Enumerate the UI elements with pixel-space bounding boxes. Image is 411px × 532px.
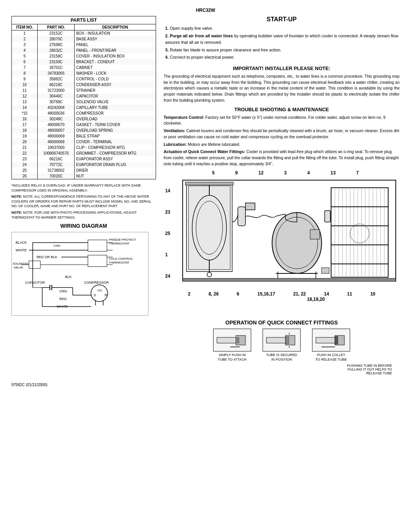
table-row: 228070CBASE ASSY [12,36,156,42]
fitting-label-1: SIMPLY PUSH INTUBE TO ATTACH [209,353,255,362]
table-row: 2531738002DRIER [12,168,156,173]
svg-rect-9 [29,261,40,268]
table-row: 834783005WASHER - LOCK [12,70,156,76]
fitting-release: PUSH IN COLLETTO RELEASE TUBE [308,329,354,362]
trouble-section: Temperature Control: Factory set for 50°… [164,115,400,167]
trouble-title: TROUBLE SHOOTING & MAINTENANCE [164,107,400,112]
table-row: 327698CPANEL [12,42,156,48]
parts-list-wrapper: PARTS LIST ITEM NO. PART NO. DESCRIPTION… [11,16,156,179]
svg-text:O/L: O/L [97,289,102,292]
table-row: 2470772CEVAPORATOR DRAIN PLUG [12,162,156,168]
fitting-secured: TUBE IS SECUREDIN POSITION [259,329,304,362]
svg-text:COLD CONTROL: COLD CONTROL [109,257,133,260]
svg-point-53 [207,272,212,277]
svg-rect-20 [88,255,107,267]
table-row: 2366216CEVAPORATOR ASSY [12,156,156,162]
table-row: 1948000069BALE STRAP [12,133,156,139]
svg-rect-14 [88,240,107,251]
note2: NOTE: NOTE: ALL CORRESPONDENCE PERTAININ… [11,194,156,209]
table-row: 1848000057OVERLOAD SPRING [12,128,156,133]
trouble-temp: Temperature Control: Factory set for 50°… [164,115,400,127]
table-row: 1230440CCAPACITOR [12,93,156,99]
fitting-label-2: TUBE IS SECUREDIN POSITION [259,353,304,362]
col-header-part: PART NO. [38,24,75,30]
svg-point-80 [350,224,369,243]
svg-rect-82 [322,268,329,273]
svg-text:THERMOSTAT: THERMOSTAT [109,261,129,264]
footer-text: 97582C (01/21/2000) [11,383,48,387]
svg-text:BLK: BLK [65,275,72,279]
trouble-lube: Lubrication: Motors are lifetime lubrica… [164,142,400,148]
svg-rect-97 [335,336,338,344]
table-row: 2670020CNUT [12,173,156,179]
svg-rect-95 [316,337,337,343]
table-row: 1131723000STRAINER [12,88,156,93]
bottom-section: OPERATION OF QUICK CONNECT FITTINGS [11,320,400,375]
svg-text:BLACK: BLACK [16,241,27,244]
trouble-fittings: Actuation of Quick Connect Water Fitting… [164,149,400,167]
col-header-item: ITEM NO. [12,24,38,30]
svg-text:R: R [105,293,107,297]
startup-title: START-UP [164,16,400,23]
table-row: 523158CCOVER - INSULATION BOX [12,53,156,59]
svg-text:WHITE: WHITE [16,248,27,252]
svg-text:CAPACITOR: CAPACITOR [25,281,45,284]
svg-rect-48 [188,186,230,270]
svg-text:RED OR BLK: RED OR BLK [37,255,57,259]
note3: NOTE: NOTE: FOR USE WITH PHOTO PROCESSIN… [11,210,156,220]
svg-text:FREEZE PROTECT: FREEZE PROTECT [109,238,136,241]
wiring-svg: BLACK WHITE CRN RED OR BLK SOLENOID VALV… [12,232,149,316]
svg-text:S: S [94,293,96,297]
startup-item-2: 2. Purge all air from all water lines by… [165,33,400,46]
svg-text:VALVE: VALVE [14,266,23,269]
installer-note-body: The grounding of electrical equipment su… [164,73,400,104]
table-row: 22100806740570GROMMET - COMPRESSOR MTG [12,150,156,156]
startup-list: 1. Open supply line valve. 2. Purge all … [164,25,400,61]
machine-diagram-svg [179,176,400,291]
svg-rect-84 [245,203,255,210]
startup-item-1: 1. Open supply line valve. [165,25,400,32]
fittings-diagram: SIMPLY PUSH INTUBE TO ATTACH [164,329,400,362]
wiring-diagram: BLACK WHITE CRN RED OR BLK SOLENOID VALV… [11,232,148,316]
table-row: 2048000068COVER - TERMINAL [12,139,156,145]
startup-item-4: 4. Connect to proper electrical power. [165,54,400,61]
svg-text:SOLENOID: SOLENOID [13,262,29,265]
note1: *INCLUDES RELAY & OVERLOAD. IF UNDER WAR… [11,183,156,193]
svg-text:COMPRESSOR: COMPRESSOR [84,281,109,284]
push-note: PUSHING TUBE IN BEFORE PULLING IT OUT HE… [164,364,400,375]
svg-text:RED: RED [59,297,67,301]
svg-rect-88 [237,337,239,343]
trouble-vent: Ventilation: Cabinet louvers and condens… [164,128,400,140]
svg-rect-90 [266,337,287,343]
main-layout: PARTS LIST ITEM NO. PART NO. DESCRIPTION… [11,16,400,316]
table-row: 1748000070GASKET - TERM COVER [12,122,156,128]
table-row: 1330768CSOLENOID VALVE [12,99,156,105]
operation-title: OPERATION OF QUICK CONNECT FITTINGS [164,320,400,326]
bottom-left [11,320,156,375]
notes-section: *INCLUDES RELAY & OVERLOAD. IF UNDER WAR… [11,183,156,220]
svg-rect-83 [325,211,330,222]
page: HRC32W PARTS LIST ITEM NO. PART NO. DESC… [0,0,411,532]
svg-rect-92 [286,337,289,344]
svg-rect-57 [310,230,320,239]
table-row: 1443242004CAPILLARY TUBE [12,105,156,110]
wiring-title: WIRING DIAGRAM [11,223,156,229]
svg-rect-86 [217,337,236,343]
parts-list-title: PARTS LIST [12,16,156,24]
table-row: *1548000036COMPRESSOR [12,110,156,116]
col-header-desc: DESCRIPTION [75,24,156,30]
right-column: START-UP 1. Open supply line valve. 2. P… [164,16,400,316]
model-header: HRC32W [11,8,400,13]
table-row: 428032CPANEL - FRONT/REAR [12,48,156,53]
left-column: PARTS LIST ITEM NO. PART NO. DESCRIPTION… [11,16,156,316]
parts-table: ITEM NO. PART NO. DESCRIPTION 123152CBOX… [12,24,156,179]
svg-rect-85 [185,182,233,185]
svg-rect-54 [238,207,245,226]
table-row: 1630248COVERLOAD [12,116,156,122]
table-row: 2119037000CLIP - COMPRESSOR MTG [12,145,156,150]
fitting-label-3: PUSH IN COLLETTO RELEASE TUBE [308,353,354,362]
model-number: HRC32W [196,8,215,13]
footer: 97582C (01/21/2000) [11,383,400,387]
svg-text:CRN: CRN [54,244,61,248]
svg-text:THERMOSTAT: THERMOSTAT [109,242,129,245]
